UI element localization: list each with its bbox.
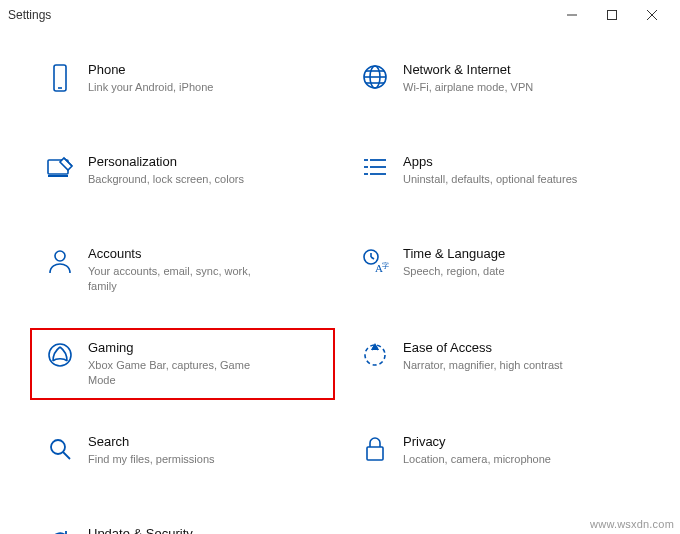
apps-icon <box>355 154 395 178</box>
category-phone[interactable]: Phone Link your Android, iPhone <box>30 50 335 120</box>
category-sub: Narrator, magnifier, high contrast <box>403 358 563 373</box>
close-icon <box>647 10 657 20</box>
gaming-icon <box>40 340 80 368</box>
maximize-icon <box>607 10 617 20</box>
watermark: www.wsxdn.com <box>590 518 674 530</box>
svg-point-28 <box>51 440 65 454</box>
category-title: Personalization <box>88 154 244 170</box>
category-network[interactable]: Network & Internet Wi-Fi, airplane mode,… <box>345 50 650 120</box>
close-button[interactable] <box>632 0 672 30</box>
category-title: Time & Language <box>403 246 505 262</box>
update-icon <box>40 526 80 534</box>
category-gaming[interactable]: Gaming Xbox Game Bar, captures, Game Mod… <box>30 328 335 400</box>
category-sub: Location, camera, microphone <box>403 452 551 467</box>
titlebar: Settings <box>0 0 680 30</box>
window-title: Settings <box>8 8 51 22</box>
category-sub: Wi-Fi, airplane mode, VPN <box>403 80 533 95</box>
category-title: Network & Internet <box>403 62 533 78</box>
search-icon <box>40 434 80 462</box>
category-title: Apps <box>403 154 577 170</box>
category-sub: Find my files, permissions <box>88 452 215 467</box>
svg-text:字: 字 <box>382 262 389 269</box>
category-privacy[interactable]: Privacy Location, camera, microphone <box>345 422 650 492</box>
time-language-icon: A字 <box>355 246 395 274</box>
category-sub: Speech, region, date <box>403 264 505 279</box>
category-title: Update & Security <box>88 526 260 534</box>
category-accounts[interactable]: Accounts Your accounts, email, sync, wor… <box>30 234 335 306</box>
minimize-icon <box>567 10 577 20</box>
settings-categories: Phone Link your Android, iPhone Network … <box>0 30 680 534</box>
ease-of-access-icon <box>355 340 395 368</box>
category-personalization[interactable]: Personalization Background, lock screen,… <box>30 142 335 212</box>
category-title: Accounts <box>88 246 278 262</box>
svg-line-29 <box>63 452 70 459</box>
svg-rect-30 <box>367 447 383 460</box>
category-sub: Xbox Game Bar, captures, Game Mode <box>88 358 278 388</box>
maximize-button[interactable] <box>592 0 632 30</box>
svg-rect-1 <box>608 11 617 20</box>
category-sub: Link your Android, iPhone <box>88 80 213 95</box>
category-search[interactable]: Search Find my files, permissions <box>30 422 335 492</box>
category-title: Gaming <box>88 340 278 356</box>
privacy-icon <box>355 434 395 462</box>
category-sub: Uninstall, defaults, optional features <box>403 172 577 187</box>
accounts-icon <box>40 246 80 274</box>
category-ease-of-access[interactable]: Ease of Access Narrator, magnifier, high… <box>345 328 650 400</box>
category-update-security[interactable]: Update & Security Windows Update, recove… <box>30 514 335 534</box>
category-title: Privacy <box>403 434 551 450</box>
phone-icon <box>40 62 80 92</box>
category-title: Search <box>88 434 215 450</box>
minimize-button[interactable] <box>552 0 592 30</box>
svg-line-22 <box>371 257 374 259</box>
category-time-language[interactable]: A字 Time & Language Speech, region, date <box>345 234 650 306</box>
svg-marker-27 <box>371 343 379 350</box>
svg-rect-4 <box>54 65 66 91</box>
globe-icon <box>355 62 395 90</box>
category-sub: Your accounts, email, sync, work, family <box>88 264 278 294</box>
category-title: Phone <box>88 62 213 78</box>
personalization-icon <box>40 154 80 180</box>
category-apps[interactable]: Apps Uninstall, defaults, optional featu… <box>345 142 650 212</box>
category-sub: Background, lock screen, colors <box>88 172 244 187</box>
category-title: Ease of Access <box>403 340 563 356</box>
svg-point-19 <box>55 251 65 261</box>
